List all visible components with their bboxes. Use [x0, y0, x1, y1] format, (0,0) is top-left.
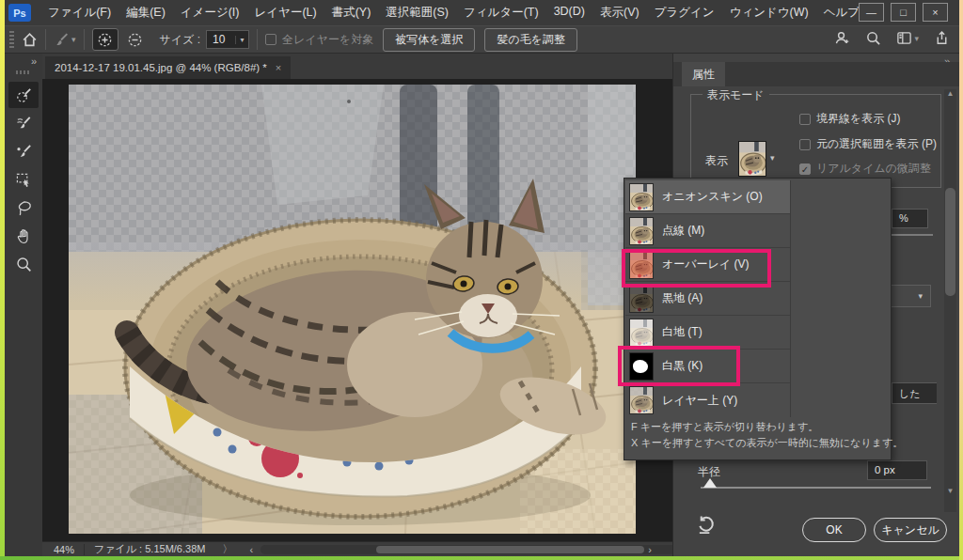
- canvas-area[interactable]: [42, 79, 672, 541]
- opacity-slider-fragment[interactable]: [892, 234, 933, 236]
- separator: [84, 544, 85, 555]
- scroll-left-icon[interactable]: ‹: [249, 544, 253, 555]
- document-tab-title: 2014-12-17 19.01.45.jpg @ 44% (RGB/8#) *: [55, 62, 267, 73]
- document-tab[interactable]: 2014-12-17 19.01.45.jpg @ 44% (RGB/8#) *…: [45, 56, 291, 79]
- radius-value-field[interactable]: 0 px: [867, 460, 927, 480]
- dropdown-fragment[interactable]: ▾: [892, 285, 931, 307]
- document-image-cat-photo[interactable]: [69, 85, 636, 534]
- tool-lasso[interactable]: [8, 194, 39, 221]
- close-button[interactable]: ×: [923, 3, 948, 22]
- search-icon[interactable]: [865, 30, 881, 46]
- radius-slider-track[interactable]: [701, 487, 931, 489]
- menu-item-on-layers[interactable]: レイヤー上 (Y): [625, 383, 790, 417]
- menu-select[interactable]: 選択範囲(S): [378, 1, 456, 24]
- window-controls: — □ ×: [859, 3, 948, 22]
- chevron-down-icon[interactable]: ▾: [770, 153, 775, 163]
- menu-item-onion-skin[interactable]: オニオンスキン (O): [625, 180, 790, 214]
- menu-bar: ファイル(F) 編集(E) イメージ(I) レイヤー(L) 書式(Y) 選択範囲…: [40, 1, 883, 24]
- workspace-layout-icon: [896, 30, 912, 46]
- document-tab-bar: 2014-12-17 19.01.45.jpg @ 44% (RGB/8#) *…: [42, 54, 672, 79]
- select-subject-button[interactable]: 被写体を選択: [383, 28, 475, 52]
- separator: [257, 29, 258, 50]
- ok-button[interactable]: OK: [802, 518, 866, 542]
- scroll-down-icon[interactable]: ▼: [944, 487, 956, 495]
- view-mode-thumbnail[interactable]: [738, 141, 766, 177]
- file-size-info: ファイル : 5.15M/6.38M: [94, 542, 205, 556]
- sample-all-layers-checkbox[interactable]: [265, 34, 276, 45]
- annotation-highlight-overlay: [622, 249, 771, 288]
- menu-3d[interactable]: 3D(D): [546, 1, 592, 24]
- tool-object-selection[interactable]: [8, 166, 39, 193]
- realtime-refine-row: ✓ リアルタイムの微調整: [799, 161, 931, 177]
- maximize-button[interactable]: □: [891, 3, 916, 22]
- subtract-from-selection-button[interactable]: [122, 28, 149, 51]
- menu-plugins[interactable]: プラグイン: [647, 1, 722, 24]
- zoom-level[interactable]: 44%: [54, 544, 74, 555]
- status-bar: 44% ファイル : 5.15M/6.38M 〉 ‹ ›: [42, 541, 672, 556]
- status-expand-icon[interactable]: 〉: [222, 542, 232, 556]
- view-label: 表示: [705, 153, 728, 169]
- account-add-icon[interactable]: [834, 30, 850, 46]
- toolbar-grip[interactable]: [16, 70, 31, 74]
- tab-properties[interactable]: 属性: [682, 62, 725, 86]
- on-layers-thumbnail: [629, 386, 654, 414]
- separator: [45, 29, 46, 50]
- annotation-highlight-black-white: [618, 346, 740, 386]
- show-original-row[interactable]: 元の選択範囲を表示 (P): [799, 136, 937, 152]
- home-icon[interactable]: [22, 32, 38, 48]
- scroll-right-icon[interactable]: ›: [648, 544, 652, 555]
- brush-size-value: 10: [207, 33, 235, 46]
- menu-filter[interactable]: フィルター(T): [456, 1, 546, 24]
- radius-slider-thumb[interactable]: [703, 478, 717, 488]
- tool-refine-edge-brush[interactable]: [8, 110, 39, 136]
- minimize-button[interactable]: —: [859, 3, 884, 22]
- tool-zoom[interactable]: [8, 251, 39, 277]
- panel-scrollbar-thumb[interactable]: [945, 188, 955, 296]
- show-edge-label: 境界線を表示 (J): [816, 111, 901, 127]
- chevron-down-icon: ▾: [914, 34, 919, 43]
- brush-size-dropdown[interactable]: 10 ▾: [206, 30, 249, 49]
- brush-tool-icon[interactable]: [54, 32, 70, 48]
- show-edge-row[interactable]: 境界線を表示 (J): [799, 111, 901, 127]
- photoshop-logo: Ps: [8, 4, 31, 22]
- horizontal-scrollbar[interactable]: [260, 545, 686, 554]
- menu-window[interactable]: ウィンドウ(W): [722, 1, 816, 24]
- sample-all-layers-label: 全レイヤーを対象: [282, 32, 373, 48]
- menu-layer[interactable]: レイヤー(L): [247, 1, 324, 24]
- horizontal-scrollbar-thumb[interactable]: [376, 546, 644, 553]
- options-bar-grip[interactable]: [9, 31, 14, 48]
- tool-quick-selection[interactable]: [8, 82, 39, 108]
- separator: [84, 29, 85, 50]
- panel-tab-strip: 属性: [673, 62, 960, 86]
- add-to-selection-button[interactable]: [92, 28, 118, 51]
- tool-brush[interactable]: [8, 138, 39, 164]
- workspace-switcher[interactable]: ▾: [896, 30, 919, 46]
- menu-item-marching-ants[interactable]: 点線 (M): [625, 214, 790, 248]
- chevron-down-icon[interactable]: ▾: [71, 35, 76, 44]
- tool-hand[interactable]: [8, 223, 39, 249]
- refine-hair-button[interactable]: 髪の毛を調整: [484, 28, 577, 52]
- show-original-checkbox[interactable]: [799, 139, 811, 150]
- output-field-fragment[interactable]: した: [892, 382, 937, 404]
- panel-scrollbar[interactable]: ▲ ▼: [944, 89, 956, 512]
- menu-type[interactable]: 書式(Y): [324, 1, 379, 24]
- menu-image[interactable]: イメージ(I): [173, 1, 247, 24]
- toolbar-collapse-icon[interactable]: »: [5, 54, 42, 69]
- screenshot-border-right: [959, 0, 963, 560]
- marching-ants-thumbnail: [629, 217, 654, 245]
- share-icon[interactable]: [934, 30, 950, 46]
- realtime-refine-checkbox[interactable]: ✓: [799, 163, 811, 175]
- tab-close-icon[interactable]: ×: [276, 62, 281, 73]
- screenshot-border-bottom: [0, 556, 963, 560]
- reset-icon[interactable]: [696, 515, 717, 536]
- view-mode-menu: オニオンスキン (O) 点線 (M) オーバーレイ (V) 黒地 (A) 白地 …: [624, 178, 892, 460]
- chevron-down-icon[interactable]: ▾: [235, 36, 248, 44]
- menu-item-on-white[interactable]: 白地 (T): [625, 316, 790, 350]
- menu-edit[interactable]: 編集(E): [118, 1, 173, 24]
- menu-view[interactable]: 表示(V): [592, 1, 647, 24]
- opacity-field-fragment[interactable]: %: [892, 209, 928, 228]
- show-edge-checkbox[interactable]: [799, 114, 811, 125]
- scroll-up-icon[interactable]: ▲: [944, 89, 956, 98]
- cancel-button[interactable]: キャンセル: [874, 518, 947, 542]
- menu-file[interactable]: ファイル(F): [40, 1, 118, 24]
